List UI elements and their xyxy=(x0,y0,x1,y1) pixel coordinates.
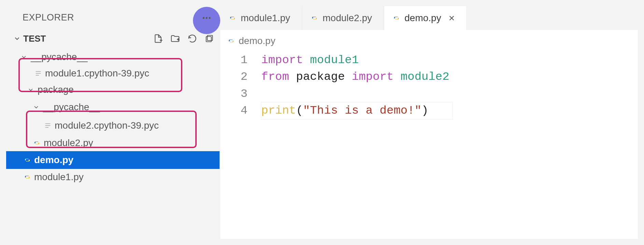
explorer-root-label: TEST xyxy=(23,33,46,44)
line-number: 4 xyxy=(220,102,261,119)
tab-module2[interactable]: module2.py xyxy=(302,6,384,30)
python-file-icon xyxy=(23,172,32,182)
breadcrumb[interactable]: demo.py xyxy=(220,30,638,51)
chevron-down-icon xyxy=(19,52,29,62)
code-content xyxy=(261,86,268,102)
python-file-icon xyxy=(32,138,42,148)
ellipsis-icon: ··· xyxy=(202,12,211,24)
line-number: 2 xyxy=(220,69,261,85)
tree-file-module1-py[interactable]: module1.py xyxy=(6,169,220,185)
tree-file-module1-pyc[interactable]: module1.cpython-39.pyc xyxy=(6,65,220,82)
tab-label: module1.py xyxy=(241,13,290,24)
chevron-down-icon xyxy=(31,102,41,112)
tree-label: demo.py xyxy=(34,155,73,165)
tree-file-demo-py[interactable]: demo.py xyxy=(6,151,220,169)
tree-label: __pycache__ xyxy=(43,102,100,113)
tree-folder-package[interactable]: package xyxy=(6,82,220,98)
chevron-down-icon xyxy=(26,85,36,95)
close-icon[interactable]: × xyxy=(449,12,455,24)
explorer-root-row: TEST xyxy=(6,32,220,47)
explorer-sidebar: EXPLORER TEST xyxy=(6,6,220,239)
tab-demo[interactable]: demo.py × xyxy=(384,6,467,30)
tree-label: module1.py xyxy=(34,172,84,183)
collapse-all-icon[interactable] xyxy=(203,32,215,45)
text-file-icon xyxy=(33,69,43,78)
svg-rect-5 xyxy=(206,37,211,42)
python-file-icon xyxy=(227,37,235,45)
code-content: import module1 xyxy=(261,52,359,69)
tree-file-module2-py[interactable]: module2.py xyxy=(6,135,220,151)
python-file-icon xyxy=(228,14,237,22)
code-line[interactable]: 1import module1 xyxy=(220,52,638,69)
more-actions-bubble[interactable]: ··· xyxy=(193,7,220,34)
line-number: 3 xyxy=(220,86,261,102)
tab-label: module2.py xyxy=(323,13,372,24)
python-file-icon xyxy=(23,155,32,165)
text-file-icon xyxy=(43,121,53,130)
refresh-icon[interactable] xyxy=(186,32,198,45)
python-file-icon xyxy=(310,14,319,22)
tree-label: module1.cpython-39.pyc xyxy=(45,68,149,79)
explorer-root-toggle[interactable]: TEST xyxy=(12,33,46,44)
tree-label: package xyxy=(38,84,74,95)
editor-area: module1.py module2.py demo.py × demo.py xyxy=(220,6,638,239)
line-number: 1 xyxy=(220,52,261,69)
tree-label: module2.py xyxy=(44,138,93,148)
file-tree: __pycache__ module1.cpython-39.pyc packa… xyxy=(6,47,220,185)
tab-module1[interactable]: module1.py xyxy=(220,6,302,30)
svg-rect-4 xyxy=(207,35,212,41)
editor-tabbar: module1.py module2.py demo.py × xyxy=(220,6,638,30)
chevron-down-icon xyxy=(12,34,22,43)
code-content: from package import module2 xyxy=(261,69,449,85)
explorer-actions xyxy=(152,32,215,45)
python-file-icon xyxy=(392,14,401,22)
code-editor[interactable]: 1import module12from package import modu… xyxy=(220,51,638,119)
tree-folder-pycache-nested[interactable]: __pycache__ xyxy=(6,98,220,116)
tree-folder-pycache[interactable]: __pycache__ xyxy=(6,49,220,65)
tree-label: __pycache__ xyxy=(31,52,88,62)
new-file-icon[interactable] xyxy=(152,32,164,45)
tab-label: demo.py xyxy=(405,13,441,24)
tree-file-module2-pyc[interactable]: module2.cpython-39.pyc xyxy=(6,116,220,135)
code-content: print("This is a demo!") xyxy=(261,102,452,119)
code-line[interactable]: 3 xyxy=(220,86,638,102)
tree-label: module2.cpython-39.pyc xyxy=(55,120,159,131)
new-folder-icon[interactable] xyxy=(169,32,181,45)
breadcrumb-label: demo.py xyxy=(239,35,275,46)
code-line[interactable]: 2from package import module2 xyxy=(220,69,638,85)
vscode-window: EXPLORER TEST xyxy=(0,0,644,245)
explorer-heading: EXPLORER xyxy=(6,6,220,32)
code-line[interactable]: 4print("This is a demo!") xyxy=(220,102,638,119)
